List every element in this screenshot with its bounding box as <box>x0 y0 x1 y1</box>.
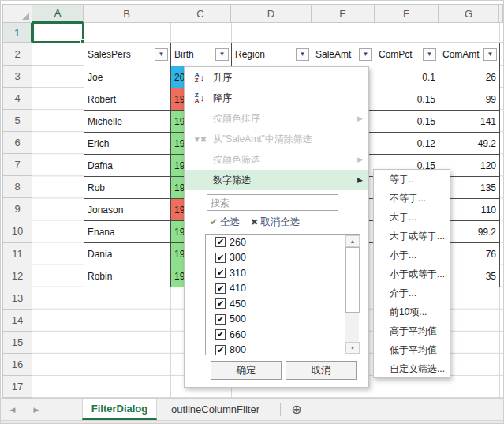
cell-comamt[interactable]: 49.2 <box>439 133 499 155</box>
row-header-10[interactable]: 10 <box>2 220 32 242</box>
col-header-b[interactable]: B <box>84 4 170 23</box>
add-sheet-button[interactable]: ⊕ <box>281 399 312 420</box>
cell-name[interactable]: Enana <box>84 221 171 243</box>
checkbox[interactable]: ✔ <box>215 237 226 247</box>
scroll-up-button[interactable]: ▲ <box>345 235 360 247</box>
tab-filterdialog[interactable]: FilterDialog <box>82 399 157 420</box>
cell-name[interactable]: Joe <box>84 66 171 88</box>
row-header-11[interactable]: 11 <box>2 243 32 265</box>
submenu-item-above-average[interactable]: 高于平均值 <box>374 321 450 340</box>
tab-outlinecolumnfilter[interactable]: outlineColumnFilter <box>157 399 274 420</box>
col-header-c[interactable]: C <box>170 4 231 23</box>
selected-cell-a1[interactable] <box>32 23 84 43</box>
search-input[interactable] <box>207 194 338 211</box>
checkbox[interactable]: ✔ <box>215 345 226 355</box>
submenu-item-not-equals[interactable]: 不等于... <box>374 189 450 208</box>
col-header-a[interactable]: A <box>32 4 84 23</box>
submenu-item-top-10[interactable]: 前10项... <box>374 302 450 321</box>
list-item[interactable]: ✔450 <box>206 296 360 312</box>
cell-comamt[interactable]: 99 <box>439 88 499 111</box>
row-header-5[interactable]: 5 <box>2 110 32 132</box>
select-all-corner[interactable] <box>2 4 32 23</box>
row-header-6[interactable]: 6 <box>2 132 32 154</box>
submenu-item-greater-or-equal[interactable]: 大于或等于... <box>374 227 450 246</box>
ok-button[interactable]: 确定 <box>211 361 282 380</box>
filter-dropdown-button[interactable]: ▼ <box>215 48 229 61</box>
row-header-15[interactable]: 15 <box>2 332 32 354</box>
cell-name[interactable]: Jonason <box>84 199 171 221</box>
menu-item-sort-descending[interactable]: ZA↓ 降序 <box>185 88 368 108</box>
tab-nav-next-icon[interactable]: ▶ <box>24 399 48 420</box>
row-header-1[interactable]: 1 <box>2 23 32 43</box>
menu-item-filter-by-color[interactable]: 按颜色筛选 ▶ <box>185 149 368 170</box>
cell-compct[interactable]: 0.12 <box>375 133 439 155</box>
cell-compct[interactable]: 0.15 <box>375 88 439 111</box>
filter-dropdown-button[interactable]: ▼ <box>155 48 168 61</box>
cell-name[interactable]: Robin <box>84 265 171 287</box>
cell-name[interactable]: Michelle <box>84 111 171 133</box>
header-birth[interactable]: Birth▼ <box>171 43 232 66</box>
menu-item-sort-by-color[interactable]: 按颜色排序 ▶ <box>185 108 368 129</box>
col-header-f[interactable]: F <box>375 4 439 23</box>
checkbox[interactable]: ✔ <box>215 298 226 309</box>
header-region[interactable]: Region▼ <box>232 43 312 66</box>
checkbox[interactable]: ✔ <box>215 268 226 278</box>
filter-dropdown-button[interactable]: ▼ <box>483 48 497 61</box>
checkbox[interactable]: ✔ <box>215 253 226 263</box>
checkbox[interactable]: ✔ <box>215 314 226 325</box>
filter-dropdown-button[interactable]: ▼ <box>423 48 436 61</box>
cell-comamt[interactable]: 141 <box>439 111 499 133</box>
cell-compct[interactable]: 0.1 <box>375 66 439 88</box>
row-header-4[interactable]: 4 <box>2 88 32 110</box>
row-header-9[interactable]: 9 <box>2 198 32 220</box>
list-item[interactable]: ✔800 <box>206 343 360 356</box>
filter-dropdown-button[interactable]: ▼ <box>359 48 372 61</box>
filter-dropdown-button[interactable]: ▼ <box>296 48 309 61</box>
cell-name[interactable]: Dania <box>84 243 171 265</box>
row-header-17[interactable]: 17 <box>2 376 32 398</box>
col-header-g[interactable]: G <box>439 4 499 23</box>
scrollbar-thumb[interactable] <box>345 247 360 313</box>
col-header-e[interactable]: E <box>312 4 375 23</box>
row-header-13[interactable]: 13 <box>2 287 32 310</box>
deselect-all-link[interactable]: 取消全选 <box>260 216 300 229</box>
cell-compct[interactable]: 0.15 <box>375 111 439 133</box>
submenu-item-custom-filter[interactable]: 自定义筛选... <box>374 359 450 378</box>
cell-comamt[interactable]: 26 <box>439 66 499 88</box>
cell-name[interactable]: Erich <box>84 133 171 155</box>
list-item[interactable]: ✔260 <box>206 235 360 250</box>
submenu-item-between[interactable]: 介于... <box>374 283 450 302</box>
cancel-button[interactable]: 取消 <box>286 361 357 380</box>
submenu-item-below-average[interactable]: 低于平均值 <box>374 340 450 359</box>
cell-name[interactable]: Rob <box>84 177 171 199</box>
list-item[interactable]: ✔660 <box>206 327 360 343</box>
menu-item-sort-ascending[interactable]: AZ↓ 升序 <box>185 67 368 88</box>
row-header-14[interactable]: 14 <box>2 310 32 332</box>
menu-item-clear-filter[interactable]: ▼✖ 从"SaleAmt"中清除筛选 <box>185 129 368 149</box>
checkbox[interactable]: ✔ <box>215 283 226 294</box>
menu-item-number-filters[interactable]: 数字筛选 ▶ <box>185 170 368 190</box>
cell-name[interactable]: Dafna <box>84 155 171 177</box>
list-item[interactable]: ✔310 <box>206 265 360 281</box>
row-header-2[interactable]: 2 <box>2 43 32 66</box>
submenu-item-greater-than[interactable]: 大于... <box>374 208 450 227</box>
list-item[interactable]: ✔410 <box>206 281 360 297</box>
header-saleamt[interactable]: SaleAmt▼ <box>312 43 375 66</box>
cell-name[interactable]: Robert <box>84 88 171 111</box>
header-comamt[interactable]: ComAmt▼ <box>439 43 499 66</box>
list-item[interactable]: ✔500 <box>206 312 360 328</box>
row-header-16[interactable]: 16 <box>2 354 32 376</box>
scroll-down-button[interactable]: ▼ <box>345 342 360 354</box>
row-header-3[interactable]: 3 <box>2 66 32 88</box>
select-all-link[interactable]: 全选 <box>220 216 240 229</box>
submenu-item-equals[interactable]: 等于.. <box>374 170 450 189</box>
row-header-8[interactable]: 8 <box>2 176 32 198</box>
checkbox[interactable]: ✔ <box>215 329 226 340</box>
list-scrollbar[interactable]: ▲ ▼ <box>345 235 359 354</box>
list-item[interactable]: ✔300 <box>206 250 360 266</box>
header-salespers[interactable]: SalesPers▼ <box>84 43 171 66</box>
header-compct[interactable]: ComPct▼ <box>375 43 439 66</box>
col-header-d[interactable]: D <box>231 4 312 23</box>
row-header-7[interactable]: 7 <box>2 154 32 176</box>
tab-nav-prev-icon[interactable]: ◀ <box>1 399 24 420</box>
